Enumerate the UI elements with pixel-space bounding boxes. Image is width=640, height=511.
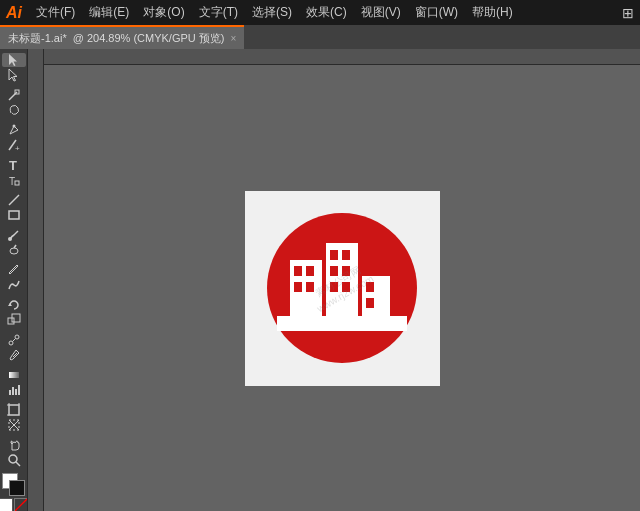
svg-rect-45 xyxy=(294,282,302,292)
workspace-switcher-icon[interactable]: ⊞ xyxy=(622,5,634,21)
hand-tool[interactable] xyxy=(2,438,26,452)
svg-point-4 xyxy=(12,125,15,128)
svg-marker-13 xyxy=(8,303,12,306)
menu-window[interactable]: 窗口(W) xyxy=(409,2,464,23)
fill-icon[interactable] xyxy=(0,498,13,511)
menu-text[interactable]: 文字(T) xyxy=(193,2,244,23)
background-color-swatch[interactable] xyxy=(9,480,25,496)
tab-title: 未标题-1.ai* xyxy=(8,31,67,46)
svg-rect-53 xyxy=(366,282,374,292)
blend-tool[interactable] xyxy=(2,333,26,347)
svg-point-11 xyxy=(8,237,12,241)
scale-tool[interactable] xyxy=(2,313,26,327)
svg-text:T: T xyxy=(9,158,17,172)
svg-rect-44 xyxy=(306,266,314,276)
svg-line-32 xyxy=(16,462,20,466)
menu-help[interactable]: 帮助(H) xyxy=(466,2,519,23)
slice-tool[interactable] xyxy=(2,418,26,432)
svg-rect-22 xyxy=(12,387,14,395)
svg-rect-39 xyxy=(277,316,407,331)
svg-line-18 xyxy=(12,339,15,342)
document-tab[interactable]: 未标题-1.ai* @ 204.89% (CMYK/GPU 预览) × xyxy=(0,25,244,49)
rotate-tool[interactable] xyxy=(2,298,26,312)
title-bar: Ai 文件(F) 编辑(E) 对象(O) 文字(T) 选择(S) 效果(C) 视… xyxy=(0,0,640,25)
svg-rect-24 xyxy=(18,385,20,395)
pencil-tool[interactable] xyxy=(2,263,26,277)
pen-tool[interactable] xyxy=(2,123,26,137)
svg-line-34 xyxy=(15,499,27,511)
svg-rect-48 xyxy=(342,250,350,260)
direct-select-tool[interactable] xyxy=(2,68,26,82)
tab-info: @ 204.89% (CMYK/GPU 预览) xyxy=(73,31,225,46)
svg-rect-8 xyxy=(15,181,19,185)
lasso-tool[interactable] xyxy=(2,103,26,117)
svg-rect-23 xyxy=(15,389,17,395)
svg-rect-20 xyxy=(9,372,19,378)
svg-text:+: + xyxy=(15,144,20,152)
menu-effect[interactable]: 效果(C) xyxy=(300,2,353,23)
menu-edit[interactable]: 编辑(E) xyxy=(83,2,135,23)
svg-rect-52 xyxy=(342,282,350,292)
touch-type-tool[interactable]: T xyxy=(2,173,26,187)
svg-marker-1 xyxy=(9,69,17,81)
svg-rect-10 xyxy=(9,211,19,219)
svg-point-12 xyxy=(10,248,18,254)
svg-point-16 xyxy=(9,341,13,345)
svg-rect-54 xyxy=(366,298,374,308)
tab-close-button[interactable]: × xyxy=(230,33,236,44)
menu-file[interactable]: 文件(F) xyxy=(30,2,81,23)
rect-tool[interactable] xyxy=(2,208,26,222)
icon-graphic xyxy=(262,208,422,368)
menu-bar: 文件(F) 编辑(E) 对象(O) 文字(T) 选择(S) 效果(C) 视图(V… xyxy=(30,2,622,23)
svg-line-2 xyxy=(9,92,17,100)
svg-rect-49 xyxy=(330,266,338,276)
select-tool[interactable] xyxy=(2,53,26,67)
gradient-tool[interactable] xyxy=(2,368,26,382)
none-icon[interactable] xyxy=(14,498,28,511)
svg-line-9 xyxy=(9,195,19,205)
smooth-tool[interactable] xyxy=(2,278,26,292)
svg-rect-51 xyxy=(330,282,338,292)
eyedropper-tool[interactable] xyxy=(2,348,26,362)
line-tool[interactable] xyxy=(2,193,26,207)
magic-wand-tool[interactable] xyxy=(2,88,26,102)
main-layout: + T T xyxy=(0,49,640,511)
svg-text:T: T xyxy=(9,176,15,187)
artboard[interactable]: 素材公司网 www.rj2w.com xyxy=(245,191,440,386)
add-anchor-tool[interactable]: + xyxy=(2,138,26,152)
ai-logo: Ai xyxy=(6,4,22,22)
artboard-tool[interactable] xyxy=(2,403,26,417)
svg-rect-14 xyxy=(8,318,14,324)
svg-rect-47 xyxy=(330,250,338,260)
svg-rect-25 xyxy=(9,405,19,415)
menu-object[interactable]: 对象(O) xyxy=(137,2,190,23)
blob-brush-tool[interactable] xyxy=(2,243,26,257)
graph-tool[interactable] xyxy=(2,383,26,397)
svg-marker-0 xyxy=(9,54,17,66)
zoom-tool[interactable] xyxy=(2,453,26,467)
tab-bar: 未标题-1.ai* @ 204.89% (CMYK/GPU 预览) × xyxy=(0,25,640,49)
menu-select[interactable]: 选择(S) xyxy=(246,2,298,23)
paintbrush-tool[interactable] xyxy=(2,228,26,242)
artboard-container: 素材公司网 www.rj2w.com xyxy=(44,65,640,511)
svg-rect-43 xyxy=(294,266,302,276)
svg-point-31 xyxy=(9,455,17,463)
vertical-ruler xyxy=(28,49,44,511)
type-tool[interactable]: T xyxy=(2,158,26,172)
toolbar: + T T xyxy=(0,49,28,511)
horizontal-ruler xyxy=(28,49,640,65)
svg-rect-50 xyxy=(342,266,350,276)
menu-view[interactable]: 视图(V) xyxy=(355,2,407,23)
fill-stroke-row xyxy=(0,498,28,511)
svg-rect-46 xyxy=(306,282,314,292)
svg-point-17 xyxy=(15,335,19,339)
svg-rect-21 xyxy=(9,390,11,395)
canvas-area[interactable]: 素材公司网 www.rj2w.com xyxy=(28,49,640,511)
